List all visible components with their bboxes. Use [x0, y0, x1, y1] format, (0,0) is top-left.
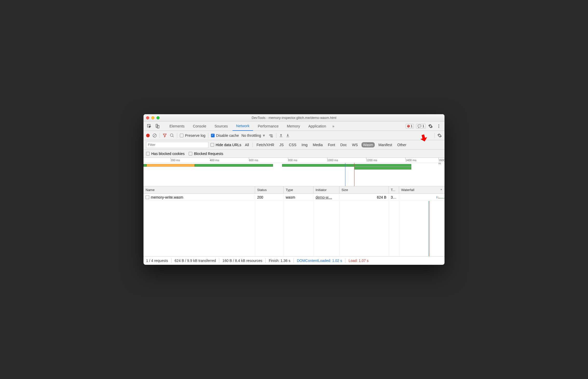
hide-data-urls-label: Hide data URLs — [216, 143, 241, 147]
disable-cache-label: Disable cache — [216, 133, 239, 138]
type-ws[interactable]: WS — [350, 142, 359, 147]
type-css[interactable]: CSS — [287, 142, 298, 147]
tab-sources[interactable]: Sources — [211, 121, 231, 131]
upload-icon[interactable] — [279, 133, 283, 138]
summary-resources: 160 B / 8.4 kB resources — [222, 259, 262, 263]
tab-performance[interactable]: Performance — [254, 121, 282, 131]
request-table: Name Status Type Initiator Size T... Wat… — [143, 186, 445, 256]
svg-point-3 — [439, 124, 439, 125]
th-status[interactable]: Status — [255, 186, 284, 193]
devtools-window: DevTools - memory-inspector.glitch.me/de… — [143, 114, 445, 265]
network-conditions-icon[interactable] — [268, 133, 274, 138]
device-icon[interactable] — [154, 123, 161, 130]
summary-load: Load: 1.07 s — [348, 259, 368, 263]
timeline-bars — [143, 164, 445, 169]
tab-network[interactable]: Network — [233, 121, 253, 131]
svg-line-9 — [173, 136, 174, 137]
svg-point-8 — [170, 134, 173, 137]
filter-bar: Hide data URLs All Fetch/XHR JS CSS Img … — [143, 140, 445, 150]
clear-icon[interactable] — [152, 133, 157, 138]
th-time[interactable]: T... — [389, 186, 399, 193]
network-toolbar: Preserve log Disable cache No throttling… — [143, 131, 445, 140]
type-doc[interactable]: Doc — [339, 142, 348, 147]
message-count: 1 — [422, 124, 424, 128]
th-type[interactable]: Type — [284, 186, 313, 193]
th-name[interactable]: Name — [143, 186, 255, 193]
cell-time: 3… — [389, 194, 399, 200]
timeline-overview[interactable]: 200 ms 400 ms 600 ms 800 ms 1000 ms 1200… — [143, 158, 445, 186]
table-body: memory-write.wasm 200 wasm demo-w… 624 B… — [143, 194, 445, 256]
dcl-marker — [345, 163, 345, 186]
has-blocked-cookies-checkbox[interactable]: Has blocked cookies — [146, 152, 184, 156]
svg-point-10 — [271, 137, 271, 137]
download-icon[interactable] — [286, 133, 290, 138]
inspect-icon[interactable] — [146, 123, 153, 130]
type-manifest[interactable]: Manifest — [377, 142, 394, 147]
window-title: DevTools - memory-inspector.glitch.me/de… — [143, 116, 445, 120]
error-count: 1 — [411, 124, 413, 128]
kebab-icon[interactable] — [435, 123, 442, 130]
settings-icon[interactable] — [427, 123, 434, 130]
cell-initiator[interactable]: demo-w… — [316, 195, 332, 199]
type-img[interactable]: Img — [300, 142, 309, 147]
preserve-log-label: Preserve log — [185, 133, 206, 138]
blocked-requests-label: Blocked Requests — [194, 152, 223, 156]
cell-status: 200 — [255, 194, 284, 200]
summary-dcl: DOMContentLoaded: 1.02 s — [297, 259, 342, 263]
th-waterfall[interactable]: Waterfall — [399, 186, 445, 193]
svg-rect-12 — [280, 137, 283, 137]
filter-bar-2: Has blocked cookies Blocked Requests — [143, 150, 445, 158]
type-font[interactable]: Font — [326, 142, 337, 147]
th-initiator[interactable]: Initiator — [313, 186, 339, 193]
svg-point-11 — [271, 136, 273, 137]
table-row[interactable]: memory-write.wasm 200 wasm demo-w… 624 B… — [143, 194, 445, 201]
summary-transferred: 624 B / 9.9 kB transferred — [175, 259, 216, 263]
error-badge[interactable]: ✕1 — [406, 124, 414, 128]
panel-settings-icon[interactable] — [437, 133, 442, 138]
tab-memory[interactable]: Memory — [283, 121, 304, 131]
record-button[interactable] — [146, 134, 150, 137]
type-fetch[interactable]: Fetch/XHR — [255, 142, 276, 147]
main-tabs: Elements Console Sources Network Perform… — [143, 121, 445, 131]
load-marker — [354, 163, 354, 186]
table-header: Name Status Type Initiator Size T... Wat… — [143, 186, 445, 194]
tab-console[interactable]: Console — [189, 121, 210, 131]
summary-bar: 1 / 4 requests 624 B / 9.9 kB transferre… — [143, 256, 445, 265]
cell-waterfall — [399, 196, 445, 198]
type-wasm[interactable]: Wasm — [361, 142, 375, 147]
search-icon[interactable] — [170, 133, 174, 138]
type-js[interactable]: JS — [278, 142, 285, 147]
svg-line-7 — [154, 134, 156, 137]
has-blocked-cookies-label: Has blocked cookies — [151, 152, 184, 156]
svg-point-4 — [439, 126, 439, 126]
tab-application[interactable]: Application — [305, 121, 330, 131]
filter-input[interactable] — [146, 142, 208, 148]
blocked-requests-checkbox[interactable]: Blocked Requests — [189, 152, 223, 156]
svg-rect-13 — [286, 137, 289, 137]
cell-name: memory-write.wasm — [151, 195, 183, 199]
th-size[interactable]: Size — [339, 186, 389, 193]
cell-size: 624 B — [339, 194, 389, 200]
preserve-log-checkbox[interactable]: Preserve log — [180, 133, 206, 138]
type-media[interactable]: Media — [311, 142, 324, 147]
type-all[interactable]: All — [243, 142, 251, 147]
tabs-more[interactable]: » — [331, 121, 336, 131]
summary-finish: Finish: 1.36 s — [269, 259, 290, 263]
tab-elements[interactable]: Elements — [166, 121, 188, 131]
filter-icon[interactable] — [162, 133, 167, 138]
message-badge[interactable]: 💬1 — [416, 124, 426, 128]
titlebar: DevTools - memory-inspector.glitch.me/de… — [143, 114, 445, 121]
svg-point-5 — [439, 127, 439, 128]
file-icon — [146, 195, 149, 199]
cell-type: wasm — [284, 194, 313, 200]
throttling-select[interactable]: No throttling▼ — [242, 133, 266, 138]
type-other[interactable]: Other — [396, 142, 408, 147]
timeline-ruler: 200 ms 400 ms 600 ms 800 ms 1000 ms 1200… — [143, 158, 445, 163]
summary-requests: 1 / 4 requests — [146, 259, 168, 263]
disable-cache-checkbox[interactable]: Disable cache — [211, 133, 239, 138]
hide-data-urls-checkbox[interactable]: Hide data URLs — [210, 143, 241, 147]
